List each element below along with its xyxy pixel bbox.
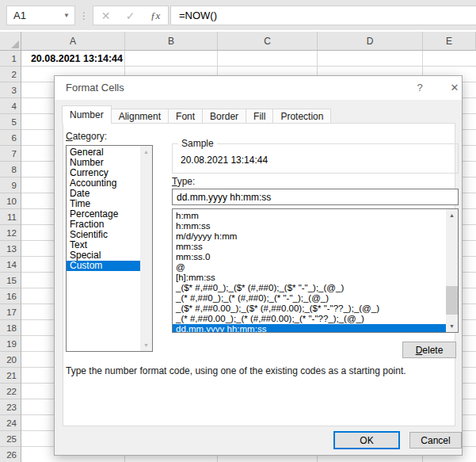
cancel-button[interactable]: Cancel [409,432,462,449]
type-label: Type: [172,176,195,187]
tab-fill[interactable]: Fill [246,109,273,124]
category-label: Category: [66,131,107,142]
type-input[interactable] [172,189,459,205]
column-headers: ABCDE [0,32,476,51]
row-header-20[interactable]: 20 [0,352,21,368]
row-header-12[interactable]: 12 [0,225,21,241]
row-header-11[interactable]: 11 [0,209,21,225]
name-box-value: A1 [13,10,63,21]
row-header-24[interactable]: 24 [0,415,21,431]
scroll-up-icon[interactable]: ▲ [446,212,458,218]
format-cells-dialog: Format Cells ? ✕ NumberAlignmentFontBord… [54,75,463,456]
formula-bar-buttons: ✕ ✓ ƒx [93,6,169,25]
type-list-item[interactable]: _(* #,##0_);_(* (#,##0);_(* "-"_);_(@_) [173,293,446,304]
select-all-triangle-icon [11,40,19,48]
category-item-custom[interactable]: Custom [67,261,140,271]
insert-function-icon[interactable]: ƒx [150,10,160,22]
sample-group-label: Sample [178,138,217,149]
row-header-4[interactable]: 4 [0,98,21,114]
row-header-18[interactable]: 18 [0,320,21,336]
scrollbar-thumb[interactable] [446,286,458,315]
row-header-1[interactable]: 1 [0,51,21,67]
row-header-9[interactable]: 9 [0,178,21,193]
type-list-item[interactable]: @ [173,262,446,273]
cancel-entry-icon[interactable]: ✕ [101,10,111,22]
tab-number[interactable]: Number [62,105,112,124]
row-header-17[interactable]: 17 [0,304,21,320]
tab-protection[interactable]: Protection [273,109,331,124]
dialog-help-text: Type the number format code, using one o… [66,365,442,376]
row-header-26[interactable]: 26 [0,447,21,462]
row-header-15[interactable]: 15 [0,273,21,288]
help-icon[interactable]: ? [413,81,427,95]
type-list-item[interactable]: h:mm [173,211,446,221]
column-header-b[interactable]: B [125,32,218,50]
sample-value: 20.08.2021 13:14:44 [181,155,268,166]
sample-group: Sample 20.08.2021 13:14:44 [172,143,459,174]
formula-bar-area: A1 ▼ ⋮ ✕ ✓ ƒx =NOW() [0,0,476,30]
excel-window: A1 ▼ ⋮ ✕ ✓ ƒx =NOW() ABCDE 1234567891011… [0,0,476,462]
row-header-6[interactable]: 6 [0,130,21,146]
ok-button[interactable]: OK [333,431,400,449]
type-list-item[interactable]: mm:ss.0 [173,252,446,262]
row-header-8[interactable]: 8 [0,162,21,178]
category-scrollbar[interactable]: ▲ ▼ [140,146,152,351]
column-header-a[interactable]: A [21,32,125,50]
type-list-item[interactable]: m/d/yyyy h:mm [173,231,446,242]
row-header-19[interactable]: 19 [0,336,21,352]
close-icon[interactable]: ✕ [447,81,462,95]
row-header-21[interactable]: 21 [0,368,21,384]
delete-button[interactable]: Delete [402,342,456,358]
type-list-item[interactable]: dd.mm.yyyy hh:mm:ss [173,324,446,333]
scroll-down-icon[interactable]: ▼ [446,323,458,329]
formula-bar-separator-icon: ⋮ [79,6,89,25]
dialog-tabs: NumberAlignmentFontBorderFillProtection [62,105,331,124]
type-list-scrollbar[interactable]: ▲ ▼ [446,209,458,332]
dialog-title: Format Cells [66,82,124,94]
row-header-16[interactable]: 16 [0,288,21,304]
type-list-item[interactable]: [h]:mm:ss [173,273,446,283]
type-list-item[interactable]: _(* #,##0.00_);_(* (#,##0.00);_(* "-"??_… [173,314,446,324]
formula-input[interactable]: =NOW() [170,6,476,25]
row-header-7[interactable]: 7 [0,146,21,162]
row-header-3[interactable]: 3 [0,82,21,98]
scroll-up-icon[interactable]: ▲ [140,149,152,155]
type-list[interactable]: h:mmh:mm:ssm/d/yyyy h:mmmm:ssmm:ss.0@[h]… [172,208,459,333]
row-headers: 1234567891011121314151617181920212223242… [0,51,21,462]
type-list-item[interactable]: _($* #,##0.00_);_($* (#,##0.00);_($* "-"… [173,304,446,314]
select-all-corner[interactable] [0,32,21,50]
name-box-dropdown-icon[interactable]: ▼ [63,12,70,19]
type-list-item[interactable]: mm:ss [173,242,446,252]
cell-a1[interactable]: 20.08.2021 13:14:44 [23,51,123,67]
row-header-25[interactable]: 25 [0,431,21,447]
dialog-titlebar[interactable]: Format Cells ? ✕ [55,76,462,100]
row-header-14[interactable]: 14 [0,257,21,273]
scroll-down-icon[interactable]: ▼ [140,342,152,348]
name-box[interactable]: A1 ▼ [6,6,75,25]
row-header-5[interactable]: 5 [0,114,21,130]
row-header-22[interactable]: 22 [0,384,21,399]
column-header-c[interactable]: C [218,32,318,50]
type-list-item[interactable]: h:mm:ss [173,221,446,231]
formula-text: =NOW() [179,10,217,21]
tab-font[interactable]: Font [169,109,203,124]
tab-border[interactable]: Border [203,109,246,124]
category-list[interactable]: GeneralNumberCurrencyAccountingDateTimeP… [66,145,153,352]
row-header-10[interactable]: 10 [0,193,21,209]
confirm-entry-icon[interactable]: ✓ [126,10,135,22]
row-header-13[interactable]: 13 [0,241,21,257]
row-header-2[interactable]: 2 [0,67,21,82]
tab-alignment[interactable]: Alignment [112,109,169,124]
type-list-item[interactable]: _($* #,##0_);_($* (#,##0);_($* "-"_);_(@… [173,283,446,293]
column-header-d[interactable]: D [318,32,423,50]
column-header-e[interactable]: E [423,32,476,50]
row-header-23[interactable]: 23 [0,399,21,415]
